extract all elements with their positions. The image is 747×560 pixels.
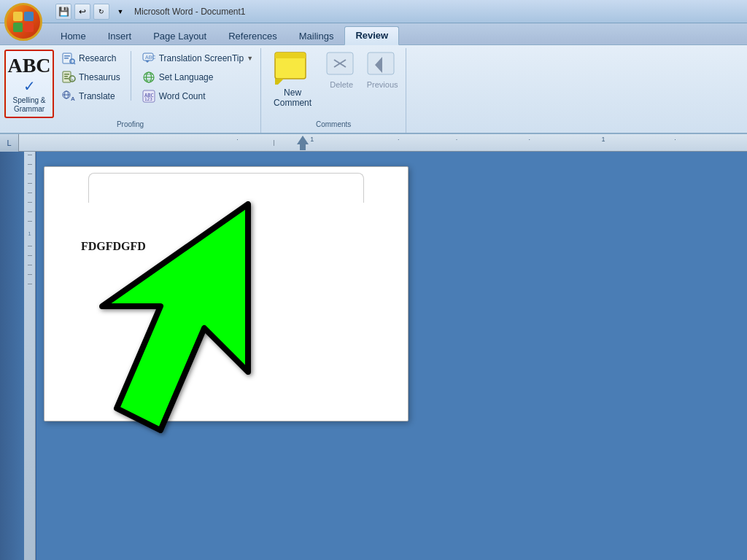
translate-label: Translate bbox=[79, 91, 115, 101]
svg-rect-1 bbox=[64, 55, 70, 57]
svg-text:A: A bbox=[71, 96, 75, 102]
translate-button[interactable]: A Translate bbox=[58, 88, 123, 105]
svg-marker-35 bbox=[297, 136, 309, 144]
svg-rect-28 bbox=[275, 57, 306, 58]
new-comment-button[interactable]: NewComment bbox=[267, 50, 318, 110]
repeat-button[interactable]: ↻ bbox=[93, 4, 109, 20]
svg-line-4 bbox=[74, 63, 76, 65]
tab-bar: Home Insert Page Layout References Maili… bbox=[0, 23, 747, 45]
new-comment-label: NewComment bbox=[274, 88, 311, 109]
tab-mailings[interactable]: Mailings bbox=[288, 27, 345, 45]
checkmark-icon: ✓ bbox=[23, 77, 36, 95]
svg-text:123: 123 bbox=[144, 96, 152, 101]
thesaurus-label: Thesaurus bbox=[79, 72, 120, 82]
office-button[interactable] bbox=[4, 3, 42, 41]
ribbon: Home Insert Page Layout References Maili… bbox=[0, 23, 747, 134]
svg-text:ABC: ABC bbox=[145, 55, 155, 60]
translation-tools-group: ABC Translation ScreenTip ▼ bbox=[139, 50, 256, 105]
proofing-tools-group: Research + bbox=[58, 50, 123, 105]
svg-rect-7 bbox=[64, 76, 68, 77]
svg-rect-8 bbox=[64, 78, 69, 79]
translation-screentip-label: Translation ScreenTip bbox=[159, 53, 244, 63]
translation-screentip-button[interactable]: ABC Translation ScreenTip ▼ bbox=[139, 50, 256, 67]
svg-rect-2 bbox=[64, 58, 69, 59]
comments-group-label: Comments bbox=[267, 118, 400, 131]
svg-rect-36 bbox=[300, 144, 306, 150]
previous-comment-icon bbox=[366, 51, 398, 79]
document-area: FDGFDGFD bbox=[36, 152, 747, 560]
research-label: Research bbox=[79, 53, 116, 63]
thesaurus-icon: + bbox=[61, 70, 76, 85]
translation-screentip-icon: ABC bbox=[142, 51, 156, 66]
vertical-ruler: 1 bbox=[24, 152, 36, 560]
translate-icon: A bbox=[61, 89, 76, 104]
tab-indicator[interactable]: L bbox=[0, 134, 19, 152]
window-title: Microsoft Word - Document1 bbox=[134, 7, 246, 17]
set-language-button[interactable]: Set Language bbox=[139, 69, 256, 86]
document-page[interactable]: FDGFDGFD bbox=[44, 166, 409, 421]
spelling-grammar-button[interactable]: ABC ✓ Spelling & Grammar bbox=[4, 50, 54, 118]
delete-comment-button[interactable]: Delete bbox=[324, 50, 359, 90]
previous-comment-label: Previous bbox=[367, 80, 398, 89]
ribbon-content: ABC ✓ Spelling & Grammar bbox=[0, 45, 747, 133]
svg-rect-6 bbox=[64, 74, 69, 75]
dropdown-arrow: ▼ bbox=[247, 55, 253, 62]
abc-icon: ABC bbox=[7, 54, 50, 77]
svg-marker-17 bbox=[145, 61, 150, 63]
delete-comment-label: Delete bbox=[330, 80, 353, 89]
undo-button[interactable]: ↩ bbox=[74, 4, 90, 20]
new-comment-icon bbox=[273, 51, 312, 85]
ruler-margin-marker[interactable] bbox=[295, 134, 310, 151]
document-text: FDGFDGFD bbox=[81, 240, 371, 253]
main-area: 1 FDGFDGFD bbox=[0, 152, 747, 560]
ruler-marks: · 1 · · · 1 · bbox=[19, 134, 747, 151]
svg-marker-29 bbox=[275, 79, 284, 85]
spelling-grammar-label: Spelling & Grammar bbox=[12, 96, 45, 114]
svg-text:+: + bbox=[71, 77, 74, 82]
word-count-icon: ABC 123 bbox=[142, 89, 156, 104]
tab-insert[interactable]: Insert bbox=[97, 27, 143, 45]
group-separator bbox=[131, 51, 131, 101]
research-button[interactable]: Research bbox=[58, 50, 123, 67]
tab-home[interactable]: Home bbox=[50, 27, 97, 45]
sidebar: 1 bbox=[0, 152, 36, 560]
tab-pagelayout[interactable]: Page Layout bbox=[142, 27, 217, 45]
word-count-label: Word Count bbox=[159, 91, 206, 101]
set-language-icon bbox=[142, 70, 156, 85]
previous-comment-button[interactable]: Previous bbox=[365, 50, 400, 90]
quick-access-toolbar: 💾 ↩ ↻ ▼ bbox=[55, 4, 128, 20]
tab-review[interactable]: Review bbox=[344, 26, 399, 45]
delete-comment-icon bbox=[325, 51, 357, 79]
set-language-label: Set Language bbox=[159, 72, 214, 82]
research-icon bbox=[61, 51, 76, 66]
customize-qa-button[interactable]: ▼ bbox=[112, 4, 128, 20]
title-bar: 💾 ↩ ↻ ▼ Microsoft Word - Document1 bbox=[0, 0, 747, 23]
save-button[interactable]: 💾 bbox=[55, 4, 71, 20]
tab-references[interactable]: References bbox=[217, 27, 287, 45]
thesaurus-button[interactable]: + Thesaurus bbox=[58, 69, 123, 86]
proofing-group-label: Proofing bbox=[4, 118, 256, 131]
word-count-button[interactable]: ABC 123 Word Count bbox=[139, 88, 256, 105]
ruler: L · 1 · · · 1 · bbox=[0, 134, 747, 152]
